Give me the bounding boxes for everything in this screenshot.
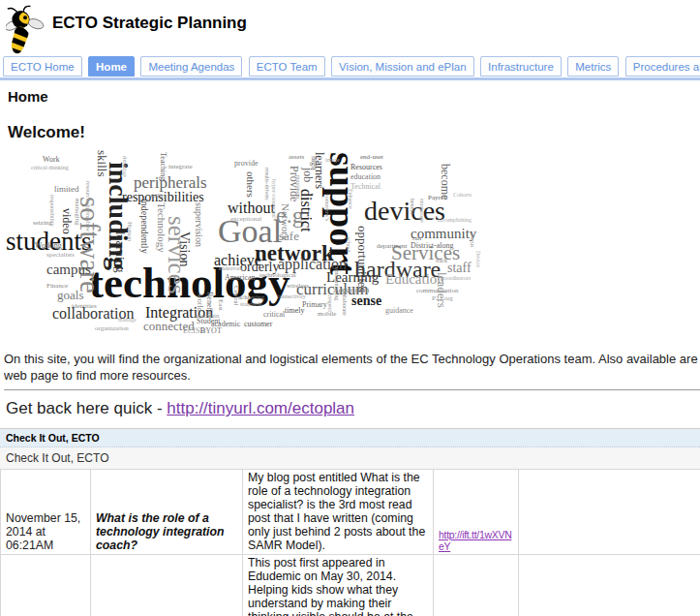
intro-paragraph: On this site, you will find the organiza… <box>4 352 700 384</box>
word-cloud-word: collaborate <box>341 290 347 316</box>
intro-line-1: On this site, you will find the organiza… <box>4 352 700 368</box>
word-cloud-word: managing <box>74 199 80 226</box>
word-cloud-word: communicating <box>333 264 339 300</box>
word-cloud-word: critical <box>263 311 285 319</box>
tinyurl-link[interactable]: http://tinyurl.com/ectoplan <box>167 399 354 417</box>
word-cloud-word: ability <box>149 193 167 200</box>
word-cloud-word: customer <box>244 321 272 328</box>
word-cloud-word: Technology <box>157 202 167 253</box>
word-cloud-word: others <box>246 171 256 198</box>
word-cloud-word: organization <box>95 325 129 332</box>
word-cloud-word: exceptional <box>230 216 261 223</box>
word-cloud-word: world <box>196 293 203 312</box>
table-row: November 18, 2014 at 06:30PM 5 Robust Ap… <box>1 555 700 616</box>
word-cloud-word: Working <box>35 242 62 250</box>
word-cloud-word: endeavors <box>219 266 242 272</box>
feed-item-title: What is the role of a technology integra… <box>91 470 243 555</box>
word-cloud-image: technologysupportGoaldevicesstudentssoft… <box>6 150 490 344</box>
tab-procedures-forms[interactable]: Procedures and Forms <box>625 56 700 77</box>
quick-link-prefix: Get back here quick - <box>6 399 167 417</box>
tabbar-underline <box>0 77 700 80</box>
word-cloud-word: maintain <box>196 313 220 320</box>
word-cloud-word: limited <box>54 185 79 194</box>
feed-link[interactable]: http://ift.tt/1wXVNeY <box>439 529 511 552</box>
word-cloud-word: Focus <box>469 233 474 247</box>
feed-date: November 15, 2014 at 06:21AM <box>1 470 91 555</box>
tab-infrastructure[interactable]: Infrastructure <box>480 56 562 77</box>
word-cloud-word: run <box>412 235 421 242</box>
word-cloud-word: standards <box>240 302 262 308</box>
word-cloud-word: Enhance <box>347 189 352 209</box>
word-cloud-word: resource-sharing-how <box>84 181 90 231</box>
word-cloud-word: accomplishing <box>438 218 472 224</box>
word-cloud-word: Central <box>232 286 239 306</box>
feed-description: My blog post entitled What is the role o… <box>243 470 434 555</box>
word-cloud-word: seizing <box>33 220 52 227</box>
tab-home[interactable]: Home <box>88 56 135 77</box>
word-cloud-word: manage <box>118 318 137 323</box>
word-cloud-word: benefit <box>409 199 414 215</box>
word-cloud-word: Cohorts <box>453 193 472 199</box>
word-cloud-word: respect <box>326 295 332 312</box>
word-cloud-word: guidance <box>385 307 413 315</box>
feed-date: November 18, 2014 at 06:30PM <box>1 555 91 616</box>
word-cloud-word: video <box>61 208 72 234</box>
tab-metrics[interactable]: Metrics <box>567 56 619 77</box>
site-header: ECTO Strategic Planning <box>0 0 700 56</box>
word-cloud-word: end-user <box>360 154 383 161</box>
word-cloud-word: safe <box>279 231 299 242</box>
word-cloud-word: school <box>345 237 350 253</box>
intro-line-2: web page to find more resources. <box>4 368 700 385</box>
feed-table: November 15, 2014 at 06:21AM What is the… <box>0 469 700 616</box>
word-cloud-word: American <box>225 274 256 282</box>
word-cloud-word: district <box>299 189 314 231</box>
word-cloud-word: specialists <box>46 252 75 259</box>
word-cloud-word: academic <box>211 321 240 328</box>
word-cloud-word: education <box>350 173 380 181</box>
feed-description: This post first appeared in Edudemic on … <box>243 555 434 616</box>
word-cloud-word: independently <box>139 199 149 254</box>
word-cloud-word: skills <box>96 150 107 176</box>
word-cloud-word: results-driven <box>263 168 269 200</box>
word-cloud-word: hyper-connected <box>270 179 276 218</box>
word-cloud-word: critical-thinking <box>31 166 69 171</box>
tab-vision-mission-eplan[interactable]: Vision, Mission and ePlan <box>331 56 473 77</box>
tab-ecto-home[interactable]: ECTO Home <box>3 56 82 77</box>
quick-link-line: Get back here quick - http://tinyurl.com… <box>6 399 700 418</box>
nav-tabbar: ECTO Home Home Meeting Agendas ECTO Team… <box>0 56 700 77</box>
word-cloud-word: technological <box>259 272 296 279</box>
word-cloud-word: supervision <box>194 202 203 247</box>
word-cloud-word: communication <box>416 288 459 294</box>
word-cloud-word: timely <box>285 307 304 315</box>
word-cloud-word: staff <box>447 262 472 274</box>
word-cloud-word: Vision <box>178 231 191 267</box>
word-cloud-word: integrate <box>168 164 193 170</box>
feed-title: Check It Out, ECTO <box>0 447 700 469</box>
word-cloud-word: Device <box>474 251 480 267</box>
word-cloud-word: devices <box>364 199 445 225</box>
word-cloud-word: Payroll <box>428 195 447 201</box>
word-cloud-word: achieving <box>238 294 264 301</box>
word-cloud-word: department <box>377 243 408 250</box>
word-cloud-word: P21.org <box>432 295 453 302</box>
word-cloud-word: sense <box>351 294 381 307</box>
tab-ecto-team[interactable]: ECTO Team <box>249 56 325 77</box>
word-cloud-word: track <box>436 259 447 264</box>
word-cloud-word: encourage <box>418 199 424 223</box>
word-cloud-word: desktop <box>121 156 128 177</box>
word-cloud-word: goals <box>57 290 83 301</box>
word-cloud-word: District-along <box>411 242 453 250</box>
page-title: Home <box>8 88 700 105</box>
word-cloud-word: Work <box>43 156 60 164</box>
tab-meeting-agendas[interactable]: Meeting Agendas <box>140 56 242 77</box>
word-cloud-word: provide <box>234 160 258 168</box>
feed-empty-cell <box>519 555 700 616</box>
site-title: ECTO Strategic Planning <box>52 14 247 33</box>
word-cloud-word: BYOT <box>200 327 222 335</box>
table-row: November 15, 2014 at 06:21AM What is the… <box>1 470 700 555</box>
word-cloud-word: peripherals <box>134 175 207 191</box>
welcome-heading: Welcome! <box>8 123 700 142</box>
word-cloud-word: Primary <box>302 301 327 309</box>
word-cloud-word: job <box>302 168 313 182</box>
word-cloud-word: Technical <box>350 183 380 191</box>
